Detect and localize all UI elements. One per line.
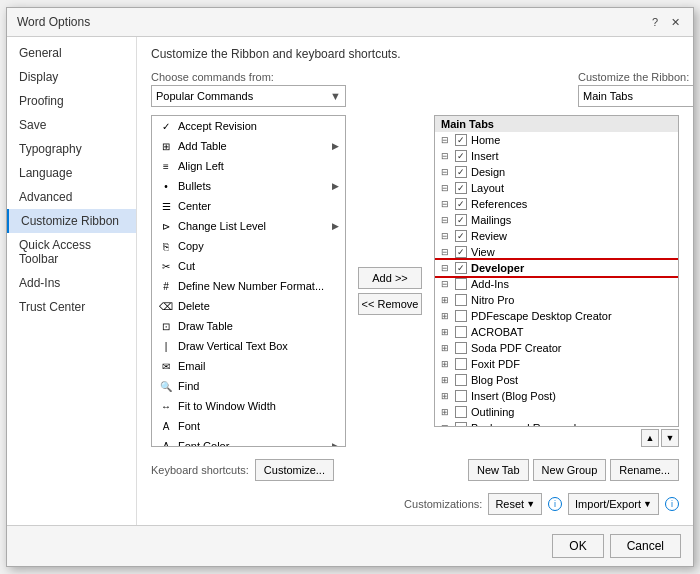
ribbon-item[interactable]: ⊞Blog Post [435,372,678,388]
ribbon-checkbox[interactable] [455,358,467,370]
ribbon-item[interactable]: ⊟Add-Ins [435,276,678,292]
reset-button[interactable]: Reset ▼ [488,493,542,515]
reset-info-icon[interactable]: i [548,497,562,511]
ribbon-item[interactable]: ⊞PDFescape Desktop Creator [435,308,678,324]
ribbon-checkbox[interactable] [455,246,467,258]
ribbon-checkbox[interactable] [455,342,467,354]
sidebar-item-add-ins[interactable]: Add-Ins [7,271,136,295]
ribbon-checkbox[interactable] [455,422,467,427]
list-item[interactable]: ↔Fit to Window Width [152,396,345,416]
ribbon-checkbox[interactable] [455,134,467,146]
ribbon-item[interactable]: ⊞Background Removal [435,420,678,427]
word-options-dialog: Word Options ? ✕ GeneralDisplayProofingS… [6,7,694,567]
expand-icon: ⊟ [441,215,449,225]
list-item[interactable]: ⊡Draw Table [152,316,345,336]
new-group-button[interactable]: New Group [533,459,607,481]
list-item[interactable]: ✂Cut [152,256,345,276]
ribbon-item-label: Nitro Pro [471,294,514,306]
command-label: Bullets [178,180,211,192]
list-item[interactable]: #Define New Number Format... [152,276,345,296]
ribbon-checkbox[interactable] [455,230,467,242]
list-item[interactable]: ✉Email [152,356,345,376]
list-item[interactable]: ⎘Copy [152,236,345,256]
ribbon-item-label: Blog Post [471,374,518,386]
ribbon-item[interactable]: Main Tabs [435,116,678,132]
list-item[interactable]: •Bullets▶ [152,176,345,196]
import-export-button[interactable]: Import/Export ▼ [568,493,659,515]
list-item[interactable]: ⊳Change List Level▶ [152,216,345,236]
ribbon-item[interactable]: ⊞Foxit PDF [435,356,678,372]
command-label: Define New Number Format... [178,280,324,292]
ribbon-checkbox[interactable] [455,326,467,338]
command-icon: ⊳ [158,218,174,234]
ribbon-item[interactable]: ⊞Nitro Pro [435,292,678,308]
ribbon-item[interactable]: ⊟Layout [435,180,678,196]
ribbon-item[interactable]: ⊞Outlining [435,404,678,420]
ribbon-panel: Main Tabs⊟Home⊟Insert⊟Design⊟Layout⊟Refe… [434,115,679,447]
list-item[interactable]: 🔍Find [152,376,345,396]
ribbon-item[interactable]: ⊞Soda PDF Creator [435,340,678,356]
command-icon: ☰ [158,198,174,214]
rename-button[interactable]: Rename... [610,459,679,481]
ribbon-checkbox[interactable] [455,406,467,418]
add-button[interactable]: Add >> [358,267,422,289]
list-item[interactable]: AFont [152,416,345,436]
sidebar-item-trust-center[interactable]: Trust Center [7,295,136,319]
list-item[interactable]: ☰Center [152,196,345,216]
sidebar-item-typography[interactable]: Typography [7,137,136,161]
ribbon-checkbox[interactable] [455,374,467,386]
ribbon-item[interactable]: ⊟Home [435,132,678,148]
ribbon-item[interactable]: ⊟Design [435,164,678,180]
help-button[interactable]: ? [647,14,663,30]
import-export-info-icon[interactable]: i [665,497,679,511]
submenu-arrow: ▶ [332,181,339,191]
sidebar-item-advanced[interactable]: Advanced [7,185,136,209]
ribbon-checkbox[interactable] [455,182,467,194]
ribbon-checkbox[interactable] [455,150,467,162]
list-item[interactable]: ≡Align Left [152,156,345,176]
sidebar-item-proofing[interactable]: Proofing [7,89,136,113]
sidebar-item-general[interactable]: General [7,41,136,65]
command-label: Add Table [178,140,227,152]
ribbon-checkbox[interactable] [455,310,467,322]
ribbon-item[interactable]: ⊟Mailings [435,212,678,228]
keyboard-shortcuts: Keyboard shortcuts: Customize... [151,459,334,481]
list-item[interactable]: ⌫Delete [152,296,345,316]
remove-button[interactable]: << Remove [358,293,422,315]
ribbon-checkbox[interactable] [455,166,467,178]
ribbon-item[interactable]: ⊞ACROBAT [435,324,678,340]
sidebar-item-display[interactable]: Display [7,65,136,89]
ribbon-item[interactable]: ⊟Review [435,228,678,244]
ribbon-checkbox[interactable] [455,198,467,210]
ribbon-checkbox[interactable] [455,262,467,274]
ribbon-item[interactable]: ⊞Insert (Blog Post) [435,388,678,404]
sidebar-item-language[interactable]: Language [7,161,136,185]
sidebar-item-save[interactable]: Save [7,113,136,137]
ribbon-list[interactable]: Main Tabs⊟Home⊟Insert⊟Design⊟Layout⊟Refe… [434,115,679,427]
move-down-button[interactable]: ▼ [661,429,679,447]
sidebar-item-quick-access[interactable]: Quick Access Toolbar [7,233,136,271]
ribbon-item[interactable]: ⊟References [435,196,678,212]
move-up-button[interactable]: ▲ [641,429,659,447]
sidebar-item-customize-ribbon[interactable]: Customize Ribbon [7,209,136,233]
command-icon: A [158,438,174,447]
ribbon-checkbox[interactable] [455,278,467,290]
list-item[interactable]: ⊞Add Table▶ [152,136,345,156]
ribbon-dropdown[interactable]: Main Tabs ▼ [578,85,693,107]
new-tab-button[interactable]: New Tab [468,459,529,481]
commands-list[interactable]: ✓Accept Revision⊞Add Table▶≡Align Left•B… [151,115,346,447]
customize-button[interactable]: Customize... [255,459,334,481]
ribbon-checkbox[interactable] [455,390,467,402]
list-item[interactable]: AFont Color▶ [152,436,345,447]
cancel-button[interactable]: Cancel [610,534,681,558]
ribbon-checkbox[interactable] [455,294,467,306]
close-button[interactable]: ✕ [667,14,683,30]
ok-button[interactable]: OK [552,534,603,558]
list-item[interactable]: ✓Accept Revision [152,116,345,136]
ribbon-item[interactable]: ⊟Developer [435,260,678,276]
ribbon-item[interactable]: ⊟View [435,244,678,260]
ribbon-item[interactable]: ⊟Insert [435,148,678,164]
choose-commands-dropdown[interactable]: Popular Commands ▼ [151,85,346,107]
list-item[interactable]: |Draw Vertical Text Box [152,336,345,356]
ribbon-checkbox[interactable] [455,214,467,226]
